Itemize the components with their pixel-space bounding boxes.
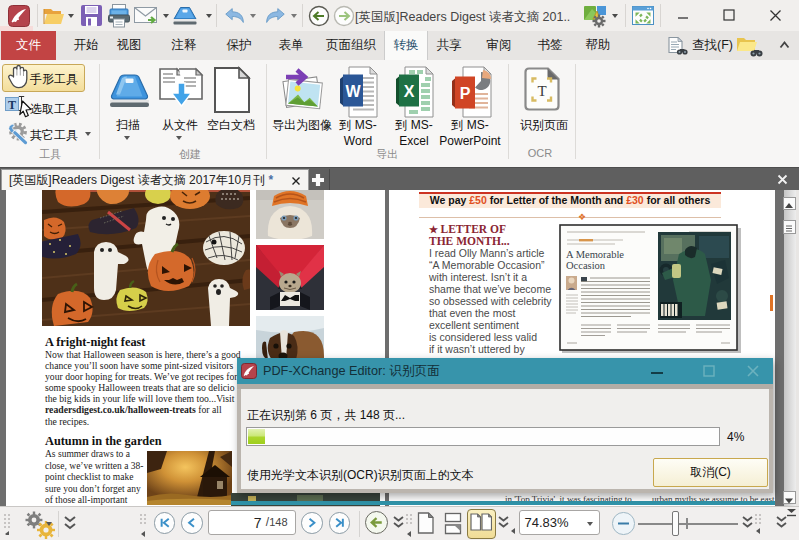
svg-text:W: W [345, 83, 361, 100]
svg-text:A Memorable: A Memorable [566, 249, 624, 260]
svg-text:Occasion: Occasion [566, 260, 606, 271]
svg-text:T: T [537, 83, 546, 99]
svg-text:T: T [8, 98, 16, 112]
svg-text:X: X [404, 83, 415, 100]
svg-text:P: P [460, 85, 471, 102]
